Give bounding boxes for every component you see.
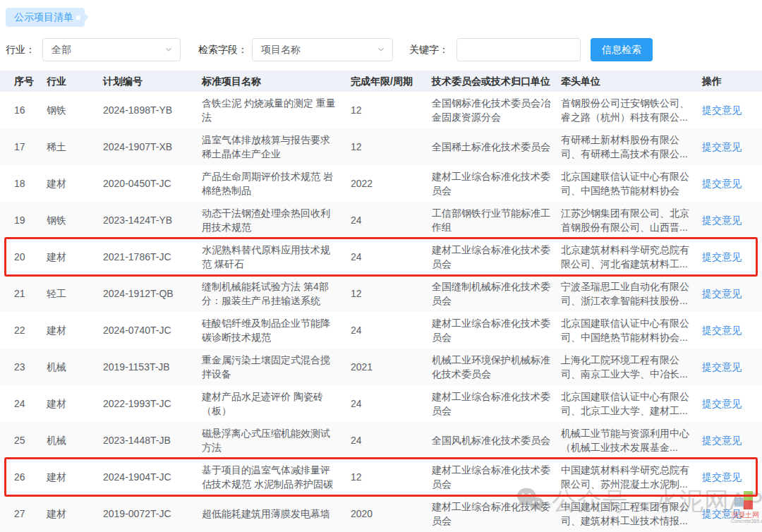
table-header-row: 序号 行业 计划编号 标准项目名称 完成年限/周期 技术委员会或技术归口单位 牵… (0, 71, 762, 92)
cell-industry: 建材 (47, 176, 103, 191)
chevron-down-icon (164, 44, 173, 56)
cell-plan-no: 2019-0072T-JC (103, 507, 202, 521)
filter-bar: 行业： 全部 检索字段： 项目名称 关键字： 信息检索 (0, 38, 762, 61)
cell-industry: 机械 (47, 360, 103, 374)
cell-industry: 机械 (47, 433, 103, 447)
cell-committee: 建材工业综合标准化技术委员会 (432, 316, 561, 344)
cell-plan-no: 2024-1912T-QB (103, 286, 202, 301)
cell-lead-unit: 有研稀土新材料股份有限公司、有研稀土高技术有限公... (561, 133, 702, 161)
header-actions: 操作 (702, 74, 762, 88)
cell-period: 24 (351, 433, 432, 447)
cell-project-name: 温室气体排放核算与报告要求 稀土晶体生产企业 (202, 133, 351, 161)
header-industry: 行业 (47, 74, 103, 88)
cell-project-name: 建材产品水足迹评价 陶瓷砖（板） (202, 389, 351, 418)
cell-period: 2021 (351, 360, 432, 374)
cell-industry: 建材 (47, 323, 103, 337)
cell-no: 27 (0, 507, 47, 521)
cell-project-name: 超低能耗建筑用薄膜发电幕墙 (202, 507, 351, 521)
cell-plan-no: 2023-1448T-JB (103, 433, 202, 447)
cell-project-name: 动态干法钢渣处理余热回收利用技术规范 (202, 206, 351, 234)
cell-no: 18 (0, 176, 47, 191)
cell-industry: 建材 (47, 397, 103, 411)
cell-committee: 全国风机标准化技术委员会 (432, 433, 561, 447)
public-project-list-page: 公示项目清单 行业： 全部 检索字段： 项目名称 关键字： 信息检索 序号 行业… (0, 0, 762, 532)
cell-industry: 钢铁 (47, 103, 103, 117)
cell-lead-unit: 北京国建联信认证中心有限公司、北京工业大学、建材工... (561, 389, 702, 418)
cell-industry: 建材 (47, 250, 103, 264)
cell-no: 26 (0, 470, 47, 484)
cell-period: 2022 (351, 176, 432, 191)
table-row: 19 钢铁 2023-1424T-YB 动态干法钢渣处理余热回收利用技术规范 2… (0, 202, 762, 238)
cell-project-name: 产品生命周期评价技术规范 岩棉绝热制品 (202, 169, 351, 198)
header-project-name: 标准项目名称 (202, 74, 351, 88)
header-no: 序号 (0, 74, 47, 88)
cell-no: 16 (0, 103, 47, 117)
search-field-select[interactable]: 项目名称 (252, 38, 393, 61)
submit-opinion-link[interactable]: 提交意见 (702, 435, 742, 446)
chevron-down-icon (377, 44, 385, 56)
search-field-select-value: 项目名称 (261, 44, 301, 56)
table-row: 20 建材 2021-1786T-JC 水泥熟料替代原料应用技术规范 煤矸石 2… (0, 238, 762, 275)
cell-project-name: 磁悬浮离心式压缩机能效测试方法 (202, 426, 351, 454)
search-button[interactable]: 信息检索 (591, 38, 653, 61)
table-row: 23 机械 2019-1153T-JB 重金属污染土壤固定式混合搅拌设备 202… (0, 349, 762, 385)
table-row: 27 建材 2019-0072T-JC 超低能耗建筑用薄膜发电幕墙 2020 建… (0, 495, 762, 532)
cell-industry: 轻工 (47, 286, 103, 301)
cell-project-name: 基于项目的温室气体减排量评估技术规范 水泥制品养护固碳 (202, 463, 351, 491)
keyword-input[interactable] (456, 38, 581, 61)
cell-lead-unit: 宁波圣瑞思工业自动化有限公司、浙江衣拿智能科技股份... (561, 279, 702, 308)
cell-industry: 钢铁 (47, 213, 103, 227)
header-plan-no: 计划编号 (103, 74, 202, 88)
submit-opinion-link[interactable]: 提交意见 (702, 251, 742, 262)
cell-committee: 全国缝制机械标准化技术委员会 (432, 279, 561, 308)
cell-committee: 建材工业综合标准化技术委员会 (432, 500, 561, 528)
table-row: 16 钢铁 2024-1898T-YB 含铁尘泥 灼烧减量的测定 重量法 12 … (0, 92, 762, 128)
industry-select[interactable]: 全部 (42, 38, 181, 61)
tag-dot (76, 16, 80, 20)
submit-opinion-link[interactable]: 提交意见 (702, 471, 742, 483)
cell-no: 22 (0, 323, 47, 337)
submit-opinion-link[interactable]: 提交意见 (702, 104, 742, 116)
cell-industry: 稀土 (47, 140, 103, 154)
submit-opinion-link[interactable]: 提交意见 (702, 508, 742, 519)
cell-plan-no: 2019-1153T-JB (103, 360, 202, 374)
cell-committee: 建材工业综合标准化技术委员会 (432, 169, 561, 198)
cell-project-name: 水泥熟料替代原料应用技术规范 煤矸石 (202, 243, 351, 271)
project-table: 序号 行业 计划编号 标准项目名称 完成年限/周期 技术委员会或技术归口单位 牵… (0, 71, 762, 532)
submit-opinion-link[interactable]: 提交意见 (702, 214, 742, 226)
submit-opinion-link[interactable]: 提交意见 (702, 325, 742, 336)
cell-period: 24 (351, 213, 432, 227)
cell-committee: 建材工业综合标准化技术委员会 (432, 243, 561, 271)
submit-opinion-link[interactable]: 提交意见 (702, 361, 742, 373)
submit-opinion-link[interactable]: 提交意见 (702, 178, 742, 189)
cell-no: 24 (0, 397, 47, 411)
industry-label: 行业： (6, 38, 35, 61)
table-row: 25 机械 2023-1448T-JB 磁悬浮离心式压缩机能效测试方法 24 全… (0, 422, 762, 459)
cell-plan-no: 2020-0450T-JC (103, 176, 202, 191)
cell-committee: 全国钢标准化技术委员会冶金固废资源分会 (432, 96, 561, 124)
cell-project-name: 缝制机械能耗试验方法 第4部分：服装生产吊挂输送系统 (202, 279, 351, 308)
cell-committee: 工信部钢铁行业节能标准工作组 (432, 206, 561, 234)
cell-plan-no: 2021-1786T-JC (103, 250, 202, 264)
cell-no: 20 (0, 250, 47, 264)
industry-select-value: 全部 (52, 44, 71, 56)
table-row: 22 建材 2024-0740T-JC 硅酸铝纤维及制品企业节能降碳诊断技术规范… (0, 312, 762, 349)
cell-plan-no: 2022-1993T-JC (103, 397, 202, 411)
cell-committee: 全国稀土标准化技术委员会 (432, 140, 561, 154)
cell-lead-unit: 江苏沙钢集团有限公司、北京首钢股份有限公司、山西晋... (561, 206, 702, 234)
submit-opinion-link[interactable]: 提交意见 (702, 398, 742, 409)
table-row: 21 轻工 2024-1912T-QB 缝制机械能耗试验方法 第4部分：服装生产… (0, 275, 762, 312)
table-row: 26 建材 2024-1904T-JC 基于项目的温室气体减排量评估技术规范 水… (0, 459, 762, 495)
submit-opinion-link[interactable]: 提交意见 (702, 141, 742, 152)
cell-no: 17 (0, 140, 47, 154)
cell-period: 12 (351, 103, 432, 117)
cell-committee: 机械工业环境保护机械标准化技术委员会 (432, 353, 561, 381)
cell-project-name: 含铁尘泥 灼烧减量的测定 重量法 (202, 96, 351, 124)
header-period: 完成年限/周期 (351, 74, 432, 88)
cell-no: 21 (0, 286, 47, 301)
submit-opinion-link[interactable]: 提交意见 (702, 288, 742, 299)
cell-period: 24 (351, 323, 432, 337)
cell-lead-unit: 中国建筑材料科学研究总院有限公司、苏州混凝土水泥制... (561, 463, 702, 491)
keyword-label: 关键字： (409, 38, 449, 61)
cell-no: 25 (0, 433, 47, 447)
